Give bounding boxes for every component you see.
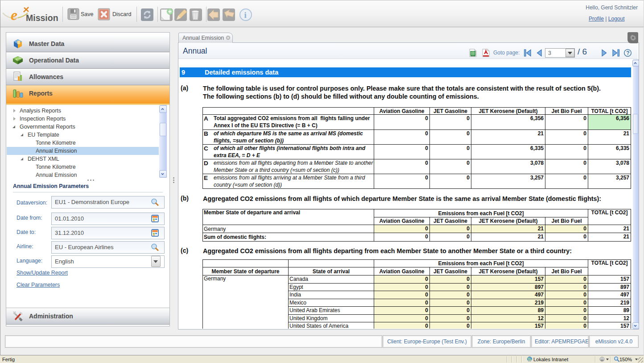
svg-text:e: e [11,7,17,23]
svg-text:i: i [244,10,247,20]
svg-text:Mission: Mission [26,13,58,23]
svg-text:?: ? [626,50,630,56]
